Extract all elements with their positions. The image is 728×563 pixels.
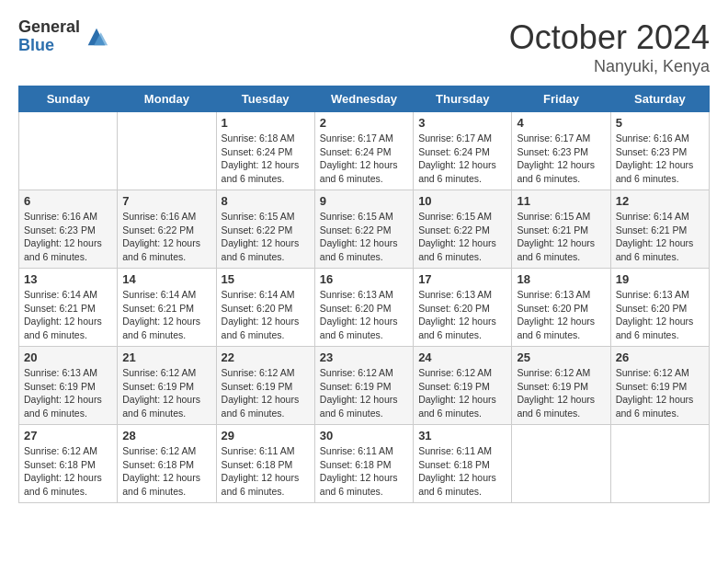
calendar-cell: 2Sunrise: 6:17 AMSunset: 6:24 PMDaylight… — [314, 112, 413, 190]
day-info: Sunrise: 6:13 AMSunset: 6:20 PMDaylight:… — [320, 288, 408, 342]
logo-general-text: General — [18, 18, 80, 37]
weekday-header-tuesday: Tuesday — [216, 86, 314, 112]
calendar-cell: 11Sunrise: 6:15 AMSunset: 6:21 PMDayligh… — [512, 190, 610, 269]
month-title: October 2024 — [509, 18, 710, 57]
calendar-cell: 29Sunrise: 6:11 AMSunset: 6:18 PMDayligh… — [216, 425, 314, 503]
calendar-cell: 27Sunrise: 6:12 AMSunset: 6:18 PMDayligh… — [19, 425, 118, 503]
calendar-cell: 7Sunrise: 6:16 AMSunset: 6:22 PMDaylight… — [118, 190, 216, 269]
calendar-cell: 22Sunrise: 6:12 AMSunset: 6:19 PMDayligh… — [216, 347, 314, 425]
day-info: Sunrise: 6:15 AMSunset: 6:22 PMDaylight:… — [320, 210, 408, 264]
calendar-cell: 10Sunrise: 6:15 AMSunset: 6:22 PMDayligh… — [414, 190, 512, 269]
day-number: 16 — [320, 272, 408, 286]
calendar-cell: 17Sunrise: 6:13 AMSunset: 6:20 PMDayligh… — [414, 269, 512, 347]
day-number: 25 — [517, 350, 605, 364]
calendar-week-row: 6Sunrise: 6:16 AMSunset: 6:23 PMDaylight… — [19, 190, 710, 269]
day-number: 21 — [122, 350, 210, 364]
weekday-header-friday: Friday — [512, 86, 610, 112]
calendar-cell: 28Sunrise: 6:12 AMSunset: 6:18 PMDayligh… — [118, 425, 216, 503]
day-number: 31 — [418, 429, 506, 442]
day-info: Sunrise: 6:12 AMSunset: 6:18 PMDaylight:… — [122, 444, 210, 499]
day-info: Sunrise: 6:13 AMSunset: 6:19 PMDaylight:… — [24, 366, 112, 420]
calendar-cell: 14Sunrise: 6:14 AMSunset: 6:21 PMDayligh… — [118, 269, 216, 347]
day-info: Sunrise: 6:12 AMSunset: 6:19 PMDaylight:… — [222, 366, 310, 420]
day-info: Sunrise: 6:17 AMSunset: 6:23 PMDaylight:… — [517, 132, 605, 186]
calendar-cell — [118, 112, 216, 190]
calendar-cell: 12Sunrise: 6:14 AMSunset: 6:21 PMDayligh… — [610, 190, 709, 269]
calendar-cell: 24Sunrise: 6:12 AMSunset: 6:19 PMDayligh… — [414, 347, 512, 425]
day-info: Sunrise: 6:12 AMSunset: 6:18 PMDaylight:… — [24, 444, 112, 499]
day-info: Sunrise: 6:13 AMSunset: 6:20 PMDaylight:… — [616, 288, 704, 342]
day-info: Sunrise: 6:12 AMSunset: 6:19 PMDaylight:… — [122, 366, 210, 420]
day-number: 13 — [24, 272, 112, 286]
calendar-cell: 26Sunrise: 6:12 AMSunset: 6:19 PMDayligh… — [610, 347, 709, 425]
day-info: Sunrise: 6:13 AMSunset: 6:20 PMDaylight:… — [418, 288, 506, 342]
calendar-cell: 4Sunrise: 6:17 AMSunset: 6:23 PMDaylight… — [512, 112, 610, 190]
day-info: Sunrise: 6:11 AMSunset: 6:18 PMDaylight:… — [222, 444, 310, 499]
weekday-header-monday: Monday — [118, 86, 216, 112]
calendar-cell: 31Sunrise: 6:11 AMSunset: 6:18 PMDayligh… — [414, 425, 512, 503]
weekday-header-thursday: Thursday — [414, 86, 512, 112]
day-number: 7 — [122, 194, 210, 208]
day-number: 8 — [222, 194, 310, 208]
calendar-cell: 18Sunrise: 6:13 AMSunset: 6:20 PMDayligh… — [512, 269, 610, 347]
day-info: Sunrise: 6:16 AMSunset: 6:23 PMDaylight:… — [24, 210, 112, 264]
day-info: Sunrise: 6:14 AMSunset: 6:21 PMDaylight:… — [24, 288, 112, 342]
weekday-header-row: SundayMondayTuesdayWednesdayThursdayFrid… — [19, 86, 710, 112]
calendar-week-row: 1Sunrise: 6:18 AMSunset: 6:24 PMDaylight… — [19, 112, 710, 190]
day-number: 1 — [222, 116, 310, 130]
calendar-cell: 21Sunrise: 6:12 AMSunset: 6:19 PMDayligh… — [118, 347, 216, 425]
calendar-table: SundayMondayTuesdayWednesdayThursdayFrid… — [18, 86, 710, 503]
calendar-cell: 19Sunrise: 6:13 AMSunset: 6:20 PMDayligh… — [610, 269, 709, 347]
day-info: Sunrise: 6:12 AMSunset: 6:19 PMDaylight:… — [517, 366, 605, 420]
location-title: Nanyuki, Kenya — [509, 57, 710, 76]
day-info: Sunrise: 6:17 AMSunset: 6:24 PMDaylight:… — [418, 132, 506, 186]
day-number: 30 — [320, 429, 408, 442]
day-number: 5 — [616, 116, 704, 130]
day-number: 10 — [418, 194, 506, 208]
day-number: 28 — [122, 429, 210, 442]
day-number: 3 — [418, 116, 506, 130]
calendar-cell: 9Sunrise: 6:15 AMSunset: 6:22 PMDaylight… — [314, 190, 413, 269]
day-number: 19 — [616, 272, 704, 286]
day-info: Sunrise: 6:15 AMSunset: 6:21 PMDaylight:… — [517, 210, 605, 264]
calendar-cell: 20Sunrise: 6:13 AMSunset: 6:19 PMDayligh… — [19, 347, 118, 425]
day-info: Sunrise: 6:16 AMSunset: 6:22 PMDaylight:… — [122, 210, 210, 264]
day-number: 2 — [320, 116, 408, 130]
day-number: 14 — [122, 272, 210, 286]
day-number: 29 — [222, 429, 310, 442]
calendar-week-row: 20Sunrise: 6:13 AMSunset: 6:19 PMDayligh… — [19, 347, 710, 425]
calendar-cell: 13Sunrise: 6:14 AMSunset: 6:21 PMDayligh… — [19, 269, 118, 347]
day-number: 26 — [616, 350, 704, 364]
logo: General Blue — [18, 18, 109, 55]
day-number: 15 — [222, 272, 310, 286]
weekday-header-wednesday: Wednesday — [314, 86, 413, 112]
day-info: Sunrise: 6:15 AMSunset: 6:22 PMDaylight:… — [222, 210, 310, 264]
calendar-week-row: 13Sunrise: 6:14 AMSunset: 6:21 PMDayligh… — [19, 269, 710, 347]
day-info: Sunrise: 6:14 AMSunset: 6:20 PMDaylight:… — [222, 288, 310, 342]
day-info: Sunrise: 6:18 AMSunset: 6:24 PMDaylight:… — [222, 132, 310, 186]
day-info: Sunrise: 6:12 AMSunset: 6:19 PMDaylight:… — [418, 366, 506, 420]
day-number: 18 — [517, 272, 605, 286]
day-info: Sunrise: 6:17 AMSunset: 6:24 PMDaylight:… — [320, 132, 408, 186]
day-number: 24 — [418, 350, 506, 364]
calendar-cell — [19, 112, 118, 190]
calendar-week-row: 27Sunrise: 6:12 AMSunset: 6:18 PMDayligh… — [19, 425, 710, 503]
calendar-cell: 23Sunrise: 6:12 AMSunset: 6:19 PMDayligh… — [314, 347, 413, 425]
calendar-cell: 3Sunrise: 6:17 AMSunset: 6:24 PMDaylight… — [414, 112, 512, 190]
calendar-cell: 1Sunrise: 6:18 AMSunset: 6:24 PMDaylight… — [216, 112, 314, 190]
day-info: Sunrise: 6:14 AMSunset: 6:21 PMDaylight:… — [122, 288, 210, 342]
weekday-header-sunday: Sunday — [19, 86, 118, 112]
calendar-cell — [610, 425, 709, 503]
logo-blue-text: Blue — [18, 37, 80, 55]
weekday-header-saturday: Saturday — [610, 86, 709, 112]
calendar-cell: 6Sunrise: 6:16 AMSunset: 6:23 PMDaylight… — [19, 190, 118, 269]
calendar-cell: 30Sunrise: 6:11 AMSunset: 6:18 PMDayligh… — [314, 425, 413, 503]
logo-icon — [84, 24, 109, 50]
day-number: 9 — [320, 194, 408, 208]
day-info: Sunrise: 6:12 AMSunset: 6:19 PMDaylight:… — [616, 366, 704, 420]
title-block: October 2024 Nanyuki, Kenya — [509, 18, 710, 76]
page-header: General Blue October 2024 Nanyuki, Kenya — [18, 18, 710, 76]
day-number: 20 — [24, 350, 112, 364]
day-info: Sunrise: 6:14 AMSunset: 6:21 PMDaylight:… — [616, 210, 704, 264]
calendar-cell — [512, 425, 610, 503]
